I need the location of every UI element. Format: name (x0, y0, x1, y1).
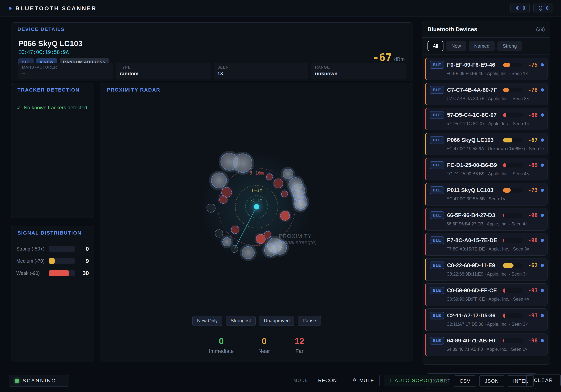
device-fields: MANUFACTURER--TYPErandomSEEN1×RANGEunkno… (18, 63, 406, 79)
radar-device-blob[interactable] (242, 246, 255, 259)
filter-tab-strong[interactable]: Strong (497, 41, 522, 51)
mode-recon-button[interactable]: RECON (313, 375, 342, 386)
device-signal-bar-fill (503, 138, 512, 142)
distribution-bar-track (49, 246, 75, 252)
device-status-dot-icon (541, 189, 544, 192)
radar-filter-unapproved[interactable]: Unapproved (259, 316, 294, 326)
device-details-title: DEVICE DETAILS (18, 26, 65, 32)
sidebar-title: Bluetooth Devices (428, 26, 536, 33)
device-status-dot-icon (541, 113, 544, 117)
device-list-item[interactable]: BLEP066 SkyQ LC103-67EC:47:0C:19:58:9A ·… (425, 133, 548, 155)
device-rssi: -91 (526, 312, 538, 319)
clear-button[interactable]: CLEAR (527, 375, 561, 386)
proximity-count-near: 0Near (258, 336, 270, 354)
proximity-count-value: 12 (295, 336, 304, 346)
device-row-main: BLEC2-11-A7-17-D5-36-91 (430, 312, 544, 319)
radar-device-blob[interactable] (281, 190, 288, 197)
device-list-item[interactable]: BLEC7-C7-4B-4A-80-7F-78C7:C7:4B:4A:80:7F… (425, 83, 548, 105)
device-list-item[interactable]: BLEP011 SkyQ LC103-73EC:47:0C:3F:5A:6B ·… (425, 183, 548, 206)
device-status-dot-icon (541, 264, 544, 267)
radar-filter-pause[interactable]: Pause (298, 316, 321, 326)
radar-device-blob[interactable] (233, 153, 252, 173)
device-name: C8-22-68-9D-11-E9 (447, 262, 500, 269)
radar-device-blob[interactable] (211, 173, 227, 188)
distribution-row-label: Weak (-90) (16, 271, 49, 276)
device-name: 64-89-40-71-AB-F0 (447, 338, 500, 344)
device-list-item[interactable]: BLE64-89-40-71-AB-F0-9864:89:40:71:AB:F0… (425, 334, 548, 356)
proximity-count-value: 0 (258, 336, 270, 346)
ble-badge: BLE (430, 136, 444, 144)
radar-device-blob[interactable] (280, 211, 290, 221)
device-row-main: BLEC7-C7-4B-4A-80-7F-78 (430, 86, 544, 94)
radar-device-blob[interactable] (266, 174, 273, 180)
proximity-count-label: Near (258, 348, 270, 354)
tracker-header: TRACKER DETECTION (11, 83, 94, 97)
tracker-title: TRACKER DETECTION (18, 87, 80, 93)
sidebar-header: Bluetooth Devices (39) (422, 21, 550, 38)
device-signal-bar-track (503, 288, 523, 293)
radar-device-blob[interactable] (231, 226, 239, 234)
ble-badge: BLE (430, 161, 444, 169)
mode-label: MODE (293, 378, 308, 383)
device-status-dot-icon (541, 88, 544, 92)
radar-device-blob[interactable] (206, 204, 216, 213)
radar-filter-strongest[interactable]: Strongest (226, 316, 256, 326)
radar-device-blob[interactable] (283, 169, 293, 179)
device-details-panel: DEVICE DETAILS P066 SkyQ LC103 EC:47:0C:… (11, 22, 413, 81)
radar-device-blob[interactable] (231, 245, 238, 253)
radar-device-blob[interactable] (295, 199, 306, 211)
distribution-row-medium-70: Medium (-70)9 (16, 258, 89, 264)
filter-tab-new[interactable]: New (446, 41, 466, 51)
bluetooth-count: 0 (522, 5, 525, 11)
device-list-item[interactable]: BLE66-5F-96-B4-27-D3-9866:5F:96:B4:27:D3… (425, 208, 548, 230)
device-row-main: BLEC0-59-90-6D-FF-CE-93 (430, 287, 544, 294)
device-name: C7-C7-4B-4A-80-7F (447, 87, 500, 93)
device-name: C2-11-A7-17-D5-36 (447, 312, 500, 319)
field-label: SEEN (217, 65, 304, 69)
device-subtext: 57:D5:C4:1C:8C:07 · Apple, Inc. · Seen 1… (446, 121, 544, 126)
export-group: EXPORT CSVJSONINTEL (426, 373, 537, 389)
device-subtext: C0:59:90:6D:FF:CE · Apple, Inc. · Seen 4… (446, 297, 544, 302)
device-list-item[interactable]: BLEC8-22-68-9D-11-E9-62C8:22:68:9D:11:E9… (425, 258, 548, 281)
proximity-count-label: Far (295, 348, 304, 354)
radar-device-blob[interactable] (222, 237, 231, 246)
export-csv-button[interactable]: CSV (454, 375, 476, 387)
ble-badge: BLE (430, 261, 444, 269)
device-list-item[interactable]: BLEC0-59-90-6D-FF-CE-93C0:59:90:6D:FF:CE… (425, 283, 548, 306)
distribution-rows: Strong (-50+)0Medium (-70)9Weak (-90)30 (11, 240, 94, 276)
device-field-range: RANGEunknown (311, 63, 406, 79)
device-list-item[interactable]: BLEC2-11-A7-17-D5-36-91C2:11:A7:17:D5:36… (425, 308, 548, 331)
geo-count-badge[interactable]: 0 (533, 3, 553, 13)
device-signal-bar-track (503, 138, 523, 142)
filter-tab-all[interactable]: All (428, 41, 443, 51)
radar-device-blob[interactable] (219, 196, 227, 204)
radar-device-blob[interactable] (273, 179, 283, 188)
proximity-count-value: 0 (209, 336, 234, 346)
device-status-dot-icon (541, 339, 544, 342)
device-list-item[interactable]: BLEFC-D1-25-00-B6-B9-89FC:D1:25:00:B6:B9… (425, 158, 548, 180)
geo-count: 0 (546, 5, 549, 11)
radar-device-blob[interactable] (264, 231, 271, 239)
signal-distribution-panel: SIGNAL DISTRIBUTION Strong (-50+)0Medium… (11, 226, 94, 362)
filter-tab-named[interactable]: Named (469, 41, 495, 51)
ble-badge: BLE (430, 86, 444, 94)
distribution-bar-track (49, 258, 75, 264)
device-list-item[interactable]: BLEF7-8C-A0-15-7E-DE-98F7:8C:A0:15:7E:DE… (425, 233, 548, 256)
radar-device-blob[interactable] (264, 243, 278, 257)
device-list-item[interactable]: BLE57-D5-C4-1C-8C-07-8857:D5:C4:1C:8C:07… (425, 108, 548, 130)
device-subtext: F7:8C:A0:15:7E:DE · Apple, Inc. · Seen 3… (446, 247, 544, 252)
device-signal-bar-fill (503, 313, 505, 318)
field-label: MANUFACTURER (22, 65, 109, 69)
export-label: EXPORT (429, 379, 451, 384)
distribution-row-strong-50: Strong (-50+)0 (16, 246, 89, 252)
radar-filter-new-only[interactable]: New Only (192, 316, 222, 326)
device-row-main: BLEP011 SkyQ LC103-73 (430, 186, 544, 194)
export-json-button[interactable]: JSON (479, 375, 504, 387)
radar-device-blob[interactable] (215, 229, 223, 238)
bluetooth-count-badge[interactable]: 0 (510, 3, 530, 13)
mute-button[interactable]: MUTE (346, 375, 380, 386)
device-signal-bar-track (503, 188, 523, 193)
scanning-status-button[interactable]: SCANNING... (9, 375, 69, 387)
device-list-item[interactable]: BLEF0-EF-09-F6-E9-46-75F0:EF:09:F6:E9:46… (425, 58, 548, 80)
field-value: random (120, 71, 207, 77)
